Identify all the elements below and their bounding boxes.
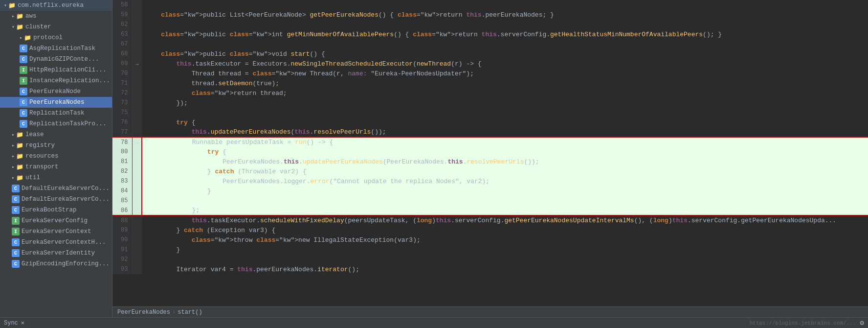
line-gutter <box>132 10 142 20</box>
sidebar-item-lease[interactable]: ▸📁lease <box>0 129 112 140</box>
line-gutter <box>132 108 142 117</box>
class-icon: C <box>20 120 27 128</box>
line-code[interactable]: PeerEurekaNodes.this.updatePeerEurekaNod… <box>142 157 868 166</box>
line-gutter <box>132 245 142 255</box>
line-code[interactable]: } catch (Throwable var2) { <box>142 166 868 176</box>
line-code[interactable]: }; <box>142 206 868 215</box>
line-code[interactable]: this.updatePeerEurekaNodes(this.resolveP… <box>142 127 868 137</box>
table-row: 84 } <box>112 186 868 196</box>
class-icon: C <box>12 260 20 268</box>
class-icon: C <box>20 45 27 52</box>
expand-arrow-icon[interactable]: ▸ <box>12 175 15 181</box>
sidebar-item-cluster[interactable]: ▾📁cluster <box>0 22 112 32</box>
table-row: 75 <box>112 108 868 117</box>
sidebar-item-DefaultEurekaServerCo2[interactable]: CDefaultEurekaServerCo... <box>0 194 112 205</box>
line-gutter <box>132 39 142 49</box>
line-number: 85 <box>112 196 132 206</box>
sidebar-item-PeerEurekaNodes[interactable]: CPeerEurekaNodes <box>0 97 112 108</box>
sidebar-item-EurekaBootStrap[interactable]: CEurekaBootStrap <box>0 205 112 215</box>
line-code[interactable] <box>142 255 868 264</box>
table-row: 93 Iterator var4 = this.peerEurekaNodes.… <box>112 264 868 274</box>
sidebar-item-DefaultEurekaServerCo1[interactable]: CDefaultEurekaServerCo... <box>0 183 112 194</box>
expand-arrow-icon[interactable]: ▸ <box>12 153 15 159</box>
sidebar-item-label: EurekaBootStrap <box>22 207 77 213</box>
sidebar-item-PeerEurekaNode[interactable]: CPeerEurekaNode <box>0 86 112 97</box>
expand-arrow-icon[interactable]: ▸ <box>12 132 15 138</box>
expand-arrow-icon[interactable]: ▸ <box>20 35 22 41</box>
line-code[interactable]: Runnable peersUpdateTask = run() -> { <box>142 137 868 147</box>
line-code[interactable]: class="kw">public class="kw">int getMinN… <box>142 29 868 39</box>
table-row: 71 thread.setDaemon(true); <box>112 78 868 88</box>
line-code[interactable] <box>142 0 868 10</box>
collapse-arrow-icon[interactable]: ▾ <box>4 2 7 8</box>
sidebar-item-aws[interactable]: ▸📁aws <box>0 11 112 22</box>
line-gutter <box>132 176 142 186</box>
line-code[interactable]: PeerEurekaNodes.logger.error("Cannot upd… <box>142 176 868 186</box>
sidebar-item-EurekaServerContextH[interactable]: CEurekaServerContextH... <box>0 237 112 248</box>
line-code[interactable] <box>142 20 868 29</box>
line-code[interactable]: Thread thread = class="kw">new Thread(r,… <box>142 69 868 78</box>
line-gutter <box>132 196 142 206</box>
line-gutter <box>132 255 142 264</box>
class-icon: C <box>12 185 20 192</box>
line-code[interactable]: class="kw">public List<PeerEurekaNode> g… <box>142 10 868 20</box>
sidebar-item-DynamicGZIPConte[interactable]: CDynamicGZIPConte... <box>0 54 112 65</box>
sidebar-item-resources[interactable]: ▸📁resources <box>0 151 112 162</box>
class-icon: C <box>12 238 20 246</box>
line-number: 63 <box>112 29 132 39</box>
line-code[interactable]: Iterator var4 = this.peerEurekaNodes.ite… <box>142 264 868 274</box>
sidebar-item-com-netflix-eureka[interactable]: ▾📁com.netflix.eureka <box>0 0 112 11</box>
table-row: 82 } catch (Throwable var2) { <box>112 166 868 176</box>
line-number: 84 <box>112 186 132 196</box>
sidebar-item-label: EurekaServerContextH... <box>22 239 106 246</box>
line-code[interactable]: this.taskExecutor.scheduleWithFixedDelay… <box>142 215 868 225</box>
line-code[interactable]: this.taskExecutor = Executors.newSingleT… <box>142 59 868 69</box>
table-row: 68 class="kw">public class="kw">void sta… <box>112 49 868 59</box>
sidebar-item-EurekaServerIdentity[interactable]: CEurekaServerIdentity <box>0 248 112 258</box>
line-code[interactable]: } catch (Exception var3) { <box>142 225 868 235</box>
line-code[interactable] <box>142 196 868 206</box>
code-content[interactable]: 58 59 class="kw">public List<PeerEurekaN… <box>112 0 868 306</box>
settings-icon[interactable]: ⚙ <box>860 319 864 327</box>
sidebar-item-registry[interactable]: ▸📁registry <box>0 140 112 151</box>
line-number: 92 <box>112 255 132 264</box>
sidebar-item-InstanceReplication[interactable]: IInstanceReplication... <box>0 75 112 86</box>
folder-icon: 📁 <box>16 152 23 160</box>
expand-arrow-icon[interactable]: ▸ <box>12 164 15 170</box>
line-code[interactable] <box>142 39 868 49</box>
sidebar-item-transport[interactable]: ▸📁transport <box>0 162 112 172</box>
sidebar-item-util[interactable]: ▸📁util <box>0 172 112 183</box>
sidebar-item-AsgReplicationTask[interactable]: CAsgReplicationTask <box>0 43 112 54</box>
line-code[interactable]: class="kw">public class="kw">void start(… <box>142 49 868 59</box>
line-code[interactable]: } <box>142 186 868 196</box>
line-code[interactable]: try { <box>142 147 868 157</box>
sidebar-item-EurekaServerConfig[interactable]: IEurekaServerConfig <box>0 215 112 226</box>
line-code[interactable]: } <box>142 245 868 255</box>
sidebar-item-EurekaServerContext[interactable]: IEurekaServerContext <box>0 226 112 237</box>
sidebar-item-label: AsgReplicationTask <box>29 45 95 52</box>
sidebar-item-ReplicationTask[interactable]: CReplicationTask <box>0 108 112 118</box>
close-icon[interactable]: ✕ <box>21 319 24 327</box>
breadcrumb-bar: PeerEurekaNodes › start() <box>112 306 868 317</box>
table-row: 86 }; <box>112 206 868 215</box>
line-code[interactable]: try { <box>142 117 868 127</box>
line-code[interactable]: thread.setDaemon(true); <box>142 78 868 88</box>
sidebar-item-label: PeerEurekaNodes <box>29 99 85 106</box>
line-code[interactable] <box>142 108 868 117</box>
line-number: 86 <box>112 206 132 215</box>
line-number: 67 <box>112 39 132 49</box>
sidebar-item-HttpReplicationCli[interactable]: IHttpReplicationCli... <box>0 65 112 75</box>
table-row: 85 <box>112 196 868 206</box>
collapse-arrow-icon[interactable]: ▾ <box>12 24 15 30</box>
sidebar-item-GzipEncodingEnforcing[interactable]: CGzipEncodingEnforcing... <box>0 258 112 269</box>
expand-arrow-icon[interactable]: ▸ <box>12 13 15 19</box>
sync-label[interactable]: Sync <box>4 320 18 327</box>
sidebar-item-ReplicationTaskPro[interactable]: CReplicationTaskPro... <box>0 118 112 129</box>
expand-arrow-icon[interactable]: ▸ <box>12 142 15 148</box>
line-code[interactable]: }); <box>142 98 868 108</box>
sidebar-item-label: GzipEncodingEnforcing... <box>22 260 110 267</box>
sidebar-item-protocol[interactable]: ▸📁protocol <box>0 32 112 43</box>
line-code[interactable]: class="kw">return thread; <box>142 88 868 98</box>
line-code[interactable]: class="kw">throw class="kw">new IllegalS… <box>142 235 868 245</box>
sidebar-item-label: util <box>25 174 40 181</box>
